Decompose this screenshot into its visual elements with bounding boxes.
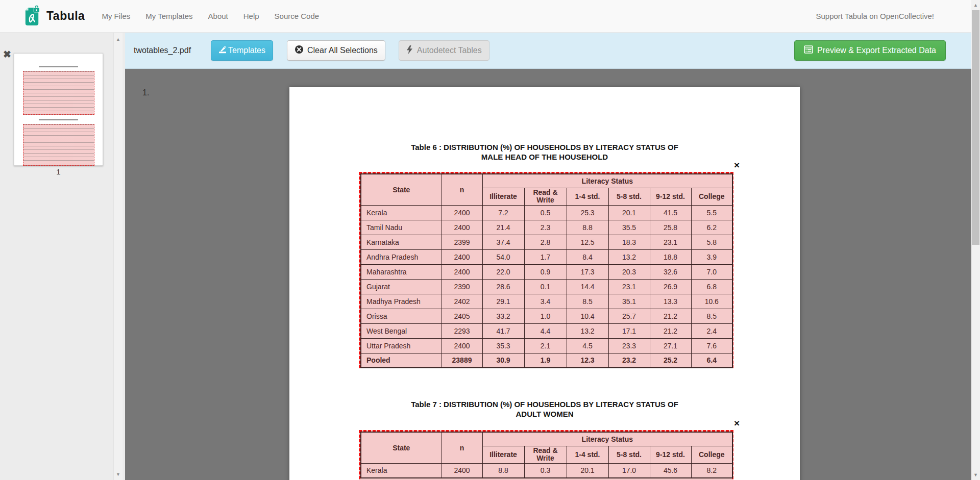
scroll-up-icon[interactable]: ▲	[114, 37, 122, 42]
table-row: Madhya Pradesh240229.13.48.535.113.310.6	[361, 294, 732, 309]
autodetect-tables-label: Autodetect Tables	[417, 46, 482, 55]
column-header: 1-4 std.	[567, 188, 608, 205]
templates-button[interactable]: Templates	[211, 40, 273, 61]
table-cell: 3.4	[524, 294, 567, 309]
table-cell: 17.0	[608, 463, 650, 478]
table-cell: 25.7	[608, 309, 650, 323]
table-cell: 7.6	[691, 338, 732, 353]
table-cell: Gujarat	[361, 279, 442, 294]
preview-export-label: Preview & Export Extracted Data	[817, 46, 936, 55]
thumbnail-title-line	[39, 119, 78, 120]
table-cell: 8.8	[567, 220, 608, 235]
table-cell: 35.1	[608, 294, 650, 309]
table-cell: 18.8	[650, 249, 691, 264]
thumbnail-title-line	[39, 66, 78, 67]
table-cell: 2400	[442, 220, 482, 235]
table-cell: Pooled	[361, 353, 442, 368]
table-cell: 21.2	[650, 323, 691, 338]
table-cell: 26.9	[650, 279, 691, 294]
table-row: West Bengal229341.74.413.217.121.22.4	[361, 323, 732, 338]
top-navbar: Tabula My Files My Templates About Help …	[0, 0, 971, 33]
table-cell: 8.2	[691, 463, 732, 478]
table-cell: 2399	[442, 235, 482, 249]
table-cell: 30.9	[482, 353, 524, 368]
table-cell: 10.6	[691, 294, 732, 309]
thumbnail-page-number: 1	[14, 167, 103, 176]
nav-link-about[interactable]: About	[201, 0, 236, 33]
close-table6-selection-icon[interactable]: ×	[734, 160, 740, 170]
tabula-home-link[interactable]: Tabula	[24, 4, 85, 29]
scroll-down-icon[interactable]: ▼	[114, 472, 122, 477]
nav-link-my-files[interactable]: My Files	[94, 0, 138, 33]
table-row: Kerala24008.80.320.117.045.68.2	[361, 463, 732, 478]
preview-export-button[interactable]: Preview & Export Extracted Data	[794, 40, 946, 61]
table7: State n Literacy Status Illiterate Read …	[360, 432, 733, 478]
table-cell: 17.3	[567, 264, 608, 279]
brand-title: Tabula	[46, 9, 85, 23]
table-cell: 2400	[442, 463, 482, 478]
table-cell: 0.5	[524, 205, 567, 220]
table-row: Pooled2388930.91.912.323.225.26.4	[361, 353, 732, 368]
column-header: 5-8 std.	[608, 188, 650, 205]
table-cell: 29.1	[482, 294, 524, 309]
table-cell: 25.3	[567, 205, 608, 220]
table-cell: 14.4	[567, 279, 608, 294]
table-cell: 0.3	[524, 463, 567, 478]
table-cell: 7.0	[691, 264, 732, 279]
scrollbar-thumb[interactable]	[972, 10, 979, 245]
table-cell: 6.4	[691, 353, 732, 368]
table-cell: Orissa	[361, 309, 442, 323]
table-cell: 25.8	[650, 220, 691, 235]
nav-link-my-templates[interactable]: My Templates	[138, 0, 200, 33]
table-cell: 6.8	[691, 279, 732, 294]
remove-page-icon[interactable]: ✖	[3, 49, 11, 59]
table-cell: 8.5	[567, 294, 608, 309]
remove-circle-icon	[295, 45, 307, 56]
table-cell: 28.6	[482, 279, 524, 294]
table-cell: 4.4	[524, 323, 567, 338]
table-cell: 32.6	[650, 264, 691, 279]
table-cell: West Bengal	[361, 323, 442, 338]
table-cell: 2.8	[524, 235, 567, 249]
table-cell: 13.2	[567, 323, 608, 338]
column-header: n	[442, 174, 482, 205]
table-cell: Kerala	[361, 463, 442, 478]
table-cell: 41.7	[482, 323, 524, 338]
sidebar-scrollbar[interactable]: ▲ ▼	[113, 33, 122, 480]
table-cell: 3.9	[691, 249, 732, 264]
table-cell: 23.1	[650, 235, 691, 249]
table6-selection-region[interactable]: State n Literacy Status Illiterate Read …	[359, 172, 733, 368]
table7-body: Kerala24008.80.320.117.045.68.2	[361, 463, 732, 478]
table-cell: 20.3	[608, 264, 650, 279]
close-table7-selection-icon[interactable]: ×	[734, 418, 740, 428]
table-cell: 23.3	[608, 338, 650, 353]
table-cell: 6.2	[691, 220, 732, 235]
page-index-label: 1.	[142, 88, 149, 97]
nav-link-help[interactable]: Help	[236, 0, 267, 33]
table7-selection-region[interactable]: State n Literacy Status Illiterate Read …	[359, 430, 733, 480]
scroll-up-icon[interactable]: ▲	[971, 3, 980, 8]
table-cell: Karnataka	[361, 235, 442, 249]
window-scrollbar[interactable]: ▲ ▼	[971, 0, 980, 480]
nav-links: My Files My Templates About Help Source …	[94, 0, 327, 32]
table-cell: 2400	[442, 249, 482, 264]
pdf-page-1[interactable]: Table 6 : DISTRIBUTION (%) OF HOUSEHOLDS…	[289, 87, 800, 480]
clear-all-selections-button[interactable]: Clear All Selections	[287, 40, 385, 61]
document-canvas: 1. Table 6 : DISTRIBUTION (%) OF HOUSEHO…	[125, 69, 971, 480]
support-link[interactable]: Support Tabula on OpenCollective!	[816, 12, 934, 20]
table-cell: Andhra Pradesh	[361, 249, 442, 264]
table-cell: 21.2	[650, 309, 691, 323]
nav-link-source-code[interactable]: Source Code	[267, 0, 327, 33]
table-cell: 2400	[442, 205, 482, 220]
table-cell: Kerala	[361, 205, 442, 220]
scroll-down-icon[interactable]: ▼	[971, 472, 980, 477]
column-header: Illiterate	[482, 446, 524, 463]
page-1-thumbnail[interactable]	[14, 53, 103, 166]
table-cell: 23.2	[608, 353, 650, 368]
table-cell: 23889	[442, 353, 482, 368]
table-cell: 8.8	[482, 463, 524, 478]
table-cell: Maharashtra	[361, 264, 442, 279]
autodetect-tables-button[interactable]: Autodetect Tables	[399, 40, 489, 61]
table-cell: Tamil Nadu	[361, 220, 442, 235]
table-cell: 0.9	[524, 264, 567, 279]
